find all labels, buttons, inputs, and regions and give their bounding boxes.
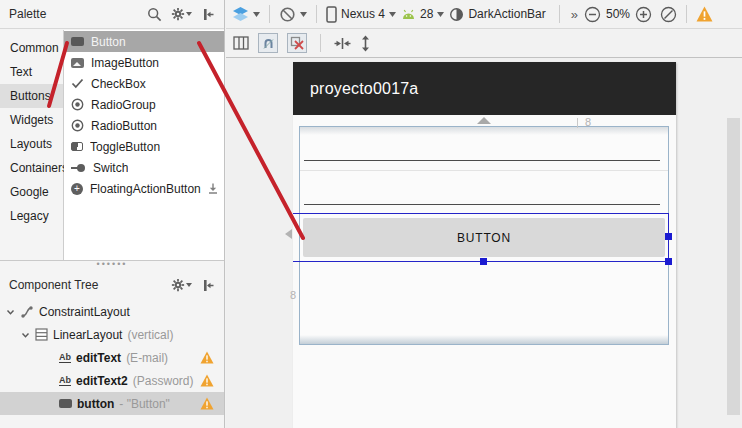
zoom-in-button[interactable] xyxy=(635,6,652,23)
design-canvas[interactable]: proyecto0017a BUTTON 8 8 xyxy=(226,58,742,428)
palette-category-google[interactable]: Google xyxy=(0,180,63,204)
chevron-down-icon xyxy=(437,12,444,17)
button-icon xyxy=(59,399,72,408)
switch-icon xyxy=(71,164,86,172)
component-tree: ConstraintLayout LinearLayout (vertical)… xyxy=(0,300,224,428)
pack-horizontal-icon[interactable] xyxy=(334,37,351,50)
device-selector[interactable]: Nexus 4 xyxy=(326,6,396,23)
palette-item-floatingactionbutton[interactable]: + FloatingActionButton xyxy=(64,178,224,199)
left-panel: Palette Common Text Buttons Widgets xyxy=(0,0,225,428)
layers-icon xyxy=(232,6,249,22)
chevron-down-icon xyxy=(186,283,192,287)
chevron-expanded-icon[interactable] xyxy=(6,308,15,316)
fab-icon: + xyxy=(71,183,83,195)
edittext-divider xyxy=(300,170,668,171)
palette-title: Palette xyxy=(9,7,147,21)
design-surface-selector[interactable] xyxy=(232,6,260,22)
palette-item-togglebutton[interactable]: ToggleButton xyxy=(64,136,224,157)
resize-handle-bottom[interactable] xyxy=(480,258,487,265)
no-orientation-icon xyxy=(279,6,296,23)
warning-icon xyxy=(200,374,214,387)
palette-item-radiobutton[interactable]: RadioButton xyxy=(64,115,224,136)
clear-constraints-button[interactable] xyxy=(287,33,307,53)
toggle-button-icon xyxy=(71,142,83,151)
palette-item-button[interactable]: Button xyxy=(64,31,224,52)
margin-top-label: 8 xyxy=(585,116,591,128)
warnings-button[interactable] xyxy=(696,6,713,22)
zoom-level: 50% xyxy=(606,7,630,21)
orientation-selector[interactable] xyxy=(279,6,307,23)
autoconnect-toggle[interactable] xyxy=(258,33,278,53)
palette-category-legacy[interactable]: Legacy xyxy=(0,204,63,228)
zoom-to-fit-button[interactable] xyxy=(660,6,677,23)
palette-body: Common Text Buttons Widgets Layouts Cont… xyxy=(0,30,224,260)
tree-node-constraintlayout[interactable]: ConstraintLayout xyxy=(0,300,224,323)
chevron-down-icon xyxy=(253,12,260,17)
tree-node-linearlayout[interactable]: LinearLayout (vertical) xyxy=(0,323,224,346)
view-options-icon[interactable] xyxy=(233,36,249,50)
left-anchor-arrow-icon xyxy=(285,229,292,239)
linear-layout-icon xyxy=(35,328,48,341)
edittext-email-widget[interactable] xyxy=(304,160,660,161)
edittext-password-widget[interactable] xyxy=(304,204,660,205)
chevron-expanded-icon[interactable] xyxy=(21,331,30,339)
app-title: proyecto0017a xyxy=(310,80,418,98)
chevron-down-icon xyxy=(300,12,307,17)
palette-category-containers[interactable]: Containers xyxy=(0,156,63,180)
palette-category-widgets[interactable]: Widgets xyxy=(0,108,63,132)
palette-items: Button ImageButton CheckBox RadioGroup R… xyxy=(64,30,224,260)
tree-node-edittext2[interactable]: Ab editText2 (Password) xyxy=(0,369,224,392)
overflow-chevrons[interactable]: » xyxy=(571,7,577,22)
canvas-vertical-scrollbar[interactable] xyxy=(727,118,740,415)
palette-item-switch[interactable]: Switch xyxy=(64,157,224,178)
chevron-down-icon xyxy=(186,12,192,16)
tree-node-edittext[interactable]: Ab editText (E-mail) xyxy=(0,346,224,369)
collapse-panel-icon[interactable] xyxy=(201,8,215,21)
radio-group-icon xyxy=(71,98,84,111)
checkbox-icon xyxy=(71,78,84,89)
palette-category-layouts[interactable]: Layouts xyxy=(0,132,63,156)
chevron-down-icon xyxy=(389,12,396,17)
palette-item-checkbox[interactable]: CheckBox xyxy=(64,73,224,94)
tree-node-button[interactable]: button - "Button" xyxy=(0,392,224,415)
gear-icon[interactable] xyxy=(171,278,192,292)
android-studio-layout-editor: Palette Common Text Buttons Widgets xyxy=(0,0,742,428)
palette-item-radiogroup[interactable]: RadioGroup xyxy=(64,94,224,115)
theme-selector[interactable]: DarkActionBar xyxy=(449,7,545,22)
app-action-bar: proyecto0017a xyxy=(293,62,676,115)
palette-category-common[interactable]: Common xyxy=(0,36,63,60)
design-toolbar-main: Nexus 4 28 DarkActionBar » 50% xyxy=(226,0,742,29)
android-icon xyxy=(401,9,416,20)
theme-icon xyxy=(449,7,464,22)
edittext-icon: Ab xyxy=(59,352,71,363)
phone-icon xyxy=(326,6,337,23)
radio-button-icon xyxy=(71,119,84,132)
top-anchor-arrow-icon xyxy=(477,117,491,124)
image-button-icon xyxy=(71,58,84,68)
component-tree-title: Component Tree xyxy=(9,278,171,292)
margin-tick xyxy=(577,118,578,128)
api-selector[interactable]: 28 xyxy=(401,7,444,21)
collapse-panel-icon[interactable] xyxy=(201,279,215,292)
palette-header: Palette xyxy=(0,0,224,29)
warning-icon xyxy=(200,397,214,410)
palette-category-buttons[interactable]: Buttons xyxy=(0,84,63,108)
constraint-layout-icon xyxy=(20,305,34,319)
button-icon xyxy=(71,37,84,46)
palette-item-imagebutton[interactable]: ImageButton xyxy=(64,52,224,73)
resize-handle-bottom-right[interactable] xyxy=(665,258,672,265)
component-tree-header: Component Tree xyxy=(0,272,224,298)
gear-icon[interactable] xyxy=(171,7,192,21)
panel-splitter[interactable]: •••••• xyxy=(0,260,224,272)
resize-handle-right[interactable] xyxy=(665,233,672,240)
warning-icon xyxy=(200,351,214,364)
palette-category-text[interactable]: Text xyxy=(0,60,63,84)
palette-categories: Common Text Buttons Widgets Layouts Cont… xyxy=(0,30,64,260)
zoom-out-button[interactable] xyxy=(584,6,601,23)
search-icon[interactable] xyxy=(147,7,162,22)
expand-vertical-icon[interactable] xyxy=(360,35,371,52)
constraint-toolbar xyxy=(226,29,742,58)
selection-outline xyxy=(293,213,669,262)
margin-left-label: 8 xyxy=(290,289,296,301)
download-icon xyxy=(208,183,218,194)
